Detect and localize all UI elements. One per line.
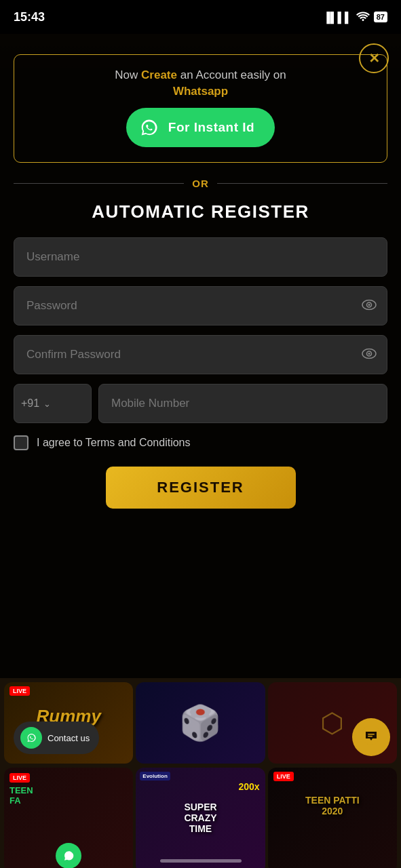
username-input[interactable] xyxy=(14,237,387,277)
create-word: Create xyxy=(141,68,177,81)
svg-rect-11 xyxy=(368,736,373,737)
terms-label: I agree to Terms and Conditions xyxy=(37,437,191,449)
mobile-number-input[interactable] xyxy=(98,384,387,423)
payout-badge: 200x xyxy=(239,781,260,792)
svg-point-8 xyxy=(24,731,38,745)
wifi-icon xyxy=(356,12,370,23)
confirm-password-field-container xyxy=(14,335,387,374)
home-indicator xyxy=(160,859,242,863)
divider-line-left xyxy=(14,183,184,184)
svg-point-6 xyxy=(368,353,370,355)
status-time: 15:43 xyxy=(14,10,45,24)
game-card-dice[interactable]: 🎲 xyxy=(136,682,265,764)
svg-point-3 xyxy=(368,304,370,306)
game-card-teenpatti[interactable]: LIVE TEEN PATTI2020 xyxy=(268,768,397,868)
confirm-password-eye-icon[interactable] xyxy=(362,347,377,363)
live-badge-superfa: LIVE xyxy=(9,773,30,783)
or-divider: OR xyxy=(14,178,387,189)
contact-whatsapp-icon xyxy=(20,727,42,749)
password-eye-icon[interactable] xyxy=(362,298,377,314)
divider-line-right xyxy=(217,183,387,184)
close-button[interactable]: ✕ xyxy=(359,43,389,73)
svg-point-0 xyxy=(136,115,161,140)
status-bar: 15:43 ▐▌▌▌ 87 xyxy=(0,0,401,34)
whatsapp-small-icon xyxy=(56,843,81,868)
whatsapp-logo-icon xyxy=(136,115,161,140)
close-icon: ✕ xyxy=(368,52,380,65)
contact-us-label: Contact us xyxy=(47,733,90,743)
username-field-container xyxy=(14,237,387,277)
game-icon: ⬡ xyxy=(320,707,344,738)
whatsapp-button-text: For Instant Id xyxy=(168,120,254,135)
whatsapp-card: Now Create an Account easily on Whatsapp… xyxy=(14,54,387,163)
confirm-password-input[interactable] xyxy=(14,335,387,374)
or-text: OR xyxy=(192,178,209,189)
status-icons: ▐▌▌▌ 87 xyxy=(323,12,387,23)
card-description: Now Create an Account easily on xyxy=(28,68,373,82)
chevron-down-icon: ⌄ xyxy=(43,399,51,409)
svg-rect-10 xyxy=(368,734,375,735)
country-code-selector[interactable]: +91 ⌄ xyxy=(14,384,92,423)
signal-icon: ▐▌▌▌ xyxy=(323,12,352,23)
country-code-text: +91 xyxy=(21,397,39,410)
game-name-superfa: TEENFA xyxy=(4,783,133,808)
live-badge: LIVE xyxy=(9,686,30,696)
terms-row: I agree to Terms and Conditions xyxy=(14,435,387,450)
contact-us-button[interactable]: Contact us xyxy=(14,722,99,754)
game-card-crazytime[interactable]: Evolution 200x SUPERCRAZYTIME xyxy=(136,768,265,868)
whatsapp-word: Whatsapp xyxy=(28,85,373,98)
battery-indicator: 87 xyxy=(374,12,387,22)
live-badge-teenpatti: LIVE xyxy=(273,772,294,781)
register-button[interactable]: REGISTER xyxy=(106,467,296,509)
evolution-badge: Evolution xyxy=(140,772,170,781)
modal-overlay: ✕ Now Create an Account easily on Whatsa… xyxy=(0,34,401,678)
phone-row: +91 ⌄ xyxy=(14,384,387,423)
terms-checkbox[interactable] xyxy=(14,435,28,450)
games-row-2: LIVE TEENFA Evolution 200x SUPERCRAZYTIM… xyxy=(0,768,401,868)
dice-icon: 🎲 xyxy=(179,703,221,743)
section-title: AUTOMATIC REGISTER xyxy=(14,201,387,222)
password-field-container xyxy=(14,286,387,326)
chat-icon xyxy=(361,725,381,750)
password-input[interactable] xyxy=(14,286,387,326)
whatsapp-instant-id-button[interactable]: For Instant Id xyxy=(126,108,275,147)
chat-fab-button[interactable] xyxy=(352,718,390,756)
game-card-superfa[interactable]: LIVE TEENFA xyxy=(4,768,133,868)
